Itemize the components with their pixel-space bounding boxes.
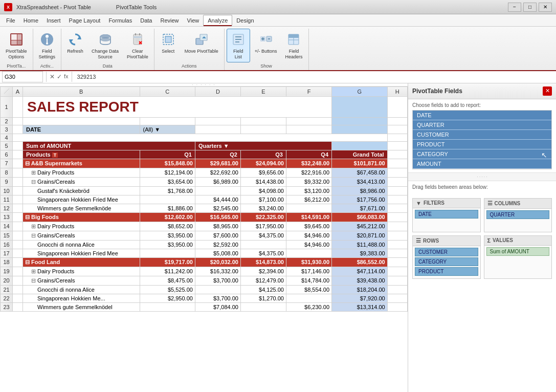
cell-d7[interactable]: $29,681.00 (195, 159, 240, 168)
cell-e14[interactable]: $17,950.00 (240, 222, 286, 231)
field-list-button[interactable]: FieldList (227, 29, 250, 62)
row-num-11[interactable]: 11 (1, 195, 13, 204)
cell-g23[interactable]: $13,314.00 (332, 302, 388, 311)
cell-e10[interactable]: $4,098.00 (240, 186, 286, 195)
cell-b15[interactable]: ⊟ Grains/Cereals (23, 231, 140, 240)
filters-content[interactable]: DATE (413, 208, 480, 231)
cell-g13[interactable]: $66,083.00 (332, 212, 388, 222)
cell-a2[interactable] (13, 117, 23, 125)
cell-d22[interactable]: $3,700.00 (195, 294, 240, 302)
row-num-19[interactable]: 19 (1, 267, 13, 276)
col-header-e[interactable]: E (240, 86, 286, 96)
col-header-d[interactable]: D (195, 86, 240, 96)
cell-h13[interactable] (387, 212, 407, 222)
cell-h22[interactable] (387, 294, 407, 302)
row-num-13[interactable]: 13 (1, 212, 13, 222)
rows-content[interactable]: CUSTOMER CATEGORY PRODUCT (413, 246, 480, 278)
cell-c7[interactable]: $15,848.00 (140, 159, 195, 168)
cell-g12[interactable]: $7,671.00 (332, 204, 388, 212)
cell-c17[interactable] (140, 249, 195, 257)
clear-pivot-button[interactable]: ClearPivotTable (123, 29, 152, 62)
cell-f23[interactable]: $6,230.00 (286, 302, 331, 311)
move-pivot-button[interactable]: Move PivotTable (181, 29, 222, 57)
cell-g9[interactable]: $34,413.00 (332, 177, 388, 186)
cell-f15[interactable]: $4,946.00 (286, 231, 331, 240)
cell-g22[interactable]: $7,920.00 (332, 294, 388, 302)
cell-g7[interactable]: $101,871.00 (332, 159, 388, 168)
cell-d5-quarters[interactable]: Quarters ▼ (195, 141, 331, 150)
cell-c3-value[interactable]: (All) ▼ (140, 125, 195, 134)
cell-a20[interactable] (13, 276, 23, 285)
cell-c13[interactable]: $12,602.00 (140, 212, 195, 222)
cell-c23[interactable] (140, 302, 195, 311)
cell-f11[interactable]: $6,212.00 (286, 195, 331, 204)
col-header-h[interactable]: H (387, 86, 407, 96)
cell-e19[interactable]: $2,394.00 (240, 267, 286, 276)
cell-e16[interactable] (240, 240, 286, 249)
cell-a18[interactable] (13, 257, 23, 267)
cell-d16[interactable]: $2,592.00 (195, 240, 240, 249)
cell-a9[interactable] (13, 177, 23, 186)
cell-a19[interactable] (13, 267, 23, 276)
cell-c12[interactable]: $1,886.00 (140, 204, 195, 212)
row-num-1[interactable]: 1 (1, 96, 13, 117)
cell-b10[interactable]: Gustaf's Knäckebröd (23, 186, 140, 195)
pivot-field-product[interactable]: PRODUCT (413, 140, 551, 149)
cell-g5[interactable] (332, 141, 388, 150)
cell-b20[interactable]: ⊟ Grains/Cereals (23, 276, 140, 285)
cell-b14[interactable]: ⊞ Dairy Products (23, 222, 140, 231)
cell-b18[interactable]: ⊟ Food Land (23, 257, 140, 267)
pivot-field-date[interactable]: DATE (413, 111, 551, 120)
cell-h7[interactable] (387, 159, 407, 168)
cell-d12[interactable]: $2,545.00 (195, 204, 240, 212)
values-content[interactable]: Sum of AMOUNT (484, 246, 552, 269)
col-header-f[interactable]: F (286, 86, 331, 96)
value-item-sum-amount[interactable]: Sum of AMOUNT (486, 247, 550, 256)
cell-e15[interactable]: $4,375.00 (240, 231, 286, 240)
cell-f9[interactable]: $9,332.00 (286, 177, 331, 186)
cell-g10[interactable]: $8,986.00 (332, 186, 388, 195)
cell-d9[interactable]: $6,989.00 (195, 177, 240, 186)
cell-b3-date[interactable]: DATE (23, 125, 140, 134)
pivot-field-amount[interactable]: AMOUNT (413, 159, 551, 169)
row-num-15[interactable]: 15 (1, 231, 13, 240)
cell-h16[interactable] (387, 240, 407, 249)
cell-e6-q3[interactable]: Q3 (240, 150, 286, 159)
row-item-category[interactable]: CATEGORY (415, 257, 478, 266)
row-num-21[interactable]: 21 (1, 285, 13, 294)
cell-f17[interactable] (286, 249, 331, 257)
cell-h11[interactable] (387, 195, 407, 204)
cell-a10[interactable] (13, 186, 23, 195)
filter-item-date[interactable]: DATE (415, 210, 478, 219)
cell-c18[interactable]: $19,717.00 (140, 257, 195, 267)
menu-design[interactable]: Design (232, 15, 258, 26)
col-header-c[interactable]: C (140, 86, 195, 96)
minimize-button[interactable]: − (508, 3, 521, 12)
cell-b22[interactable]: Singaporean Hokkien Me... (23, 294, 140, 302)
refresh-button[interactable]: Refresh (63, 29, 87, 57)
cell-a13[interactable] (13, 212, 23, 222)
cell-e17[interactable]: $4,375.00 (240, 249, 286, 257)
col-header-g[interactable]: G (332, 86, 388, 96)
cell-h21[interactable] (387, 285, 407, 294)
pivot-panel-close-button[interactable]: ✕ (543, 86, 552, 96)
cell-g15[interactable]: $20,871.00 (332, 231, 388, 240)
cell-d6-q2[interactable]: Q2 (195, 150, 240, 159)
cell-d3[interactable] (195, 125, 240, 134)
field-settings-button[interactable]: FieldSettings (35, 29, 59, 62)
cell-e20[interactable]: $12,479.00 (240, 276, 286, 285)
cell-f13[interactable]: $14,591.00 (286, 212, 331, 222)
cell-a8[interactable] (13, 168, 23, 177)
cell-d10[interactable] (195, 186, 240, 195)
cell-c20[interactable]: $8,475.00 (140, 276, 195, 285)
row-num-8[interactable]: 8 (1, 168, 13, 177)
cell-g21[interactable]: $18,204.00 (332, 285, 388, 294)
cell-f12[interactable] (286, 204, 331, 212)
cell-b9[interactable]: ⊟ Grains/Cereals (23, 177, 140, 186)
cell-c15[interactable]: $3,950.00 (140, 231, 195, 240)
cell-c2[interactable] (140, 117, 195, 125)
row-num-23[interactable]: 23 (1, 302, 13, 311)
cell-d18[interactable]: $20,032.00 (195, 257, 240, 267)
cell-h6[interactable] (387, 150, 407, 159)
cell-c16[interactable]: $3,950.00 (140, 240, 195, 249)
